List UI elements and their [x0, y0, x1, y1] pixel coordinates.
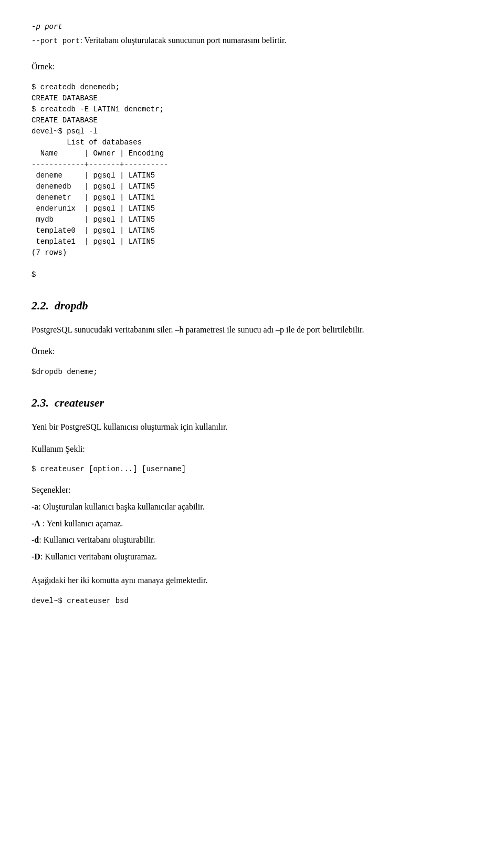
- option-A: -A : Yeni kullanıcı açamaz.: [32, 517, 472, 531]
- options-label: Seçenekler:: [32, 483, 472, 497]
- example-label-2: Örnek:: [32, 345, 472, 358]
- bottom-code: devel~$ createuser bsd: [32, 596, 472, 607]
- options-list: -a: Oluşturulan kullanıcı başka kullanıc…: [32, 500, 472, 563]
- section-2-2-title: dropdb: [55, 299, 88, 312]
- code-block-2: $dropdb deneme;: [32, 367, 472, 378]
- bottom-text: Aşağıdaki her iki komutta aynı manaya ge…: [32, 574, 472, 587]
- code-block-1: $ createdb denemedb; CREATE DATABASE $ c…: [32, 82, 472, 281]
- section-2-3-number: 2.3.: [32, 396, 49, 409]
- section-2-2-description: PostgreSQL sunucudaki veritabanını siler…: [32, 323, 472, 337]
- usage-label: Kullanım Şekli:: [32, 442, 472, 456]
- section-2-3-heading: 2.3. createuser: [32, 393, 472, 412]
- option-D: -D: Kullanıcı veritabanı oluşturamaz.: [32, 550, 472, 564]
- section-2-2-heading: 2.2. dropdb: [32, 296, 472, 315]
- section-2-3-description: Yeni bir PostgreSQL kullanıcısı oluşturm…: [32, 420, 472, 434]
- section-2-3-title: createuser: [55, 396, 104, 409]
- example-label-1: Örnek:: [32, 60, 472, 74]
- option-d: -d: Kullanıcı veritabanı oluşturabilir.: [32, 533, 472, 547]
- option-a: -a: Oluşturulan kullanıcı başka kullanıc…: [32, 500, 472, 514]
- section-2-2-number: 2.2.: [32, 299, 49, 312]
- usage-code: $ createuser [option...] [username]: [32, 464, 472, 475]
